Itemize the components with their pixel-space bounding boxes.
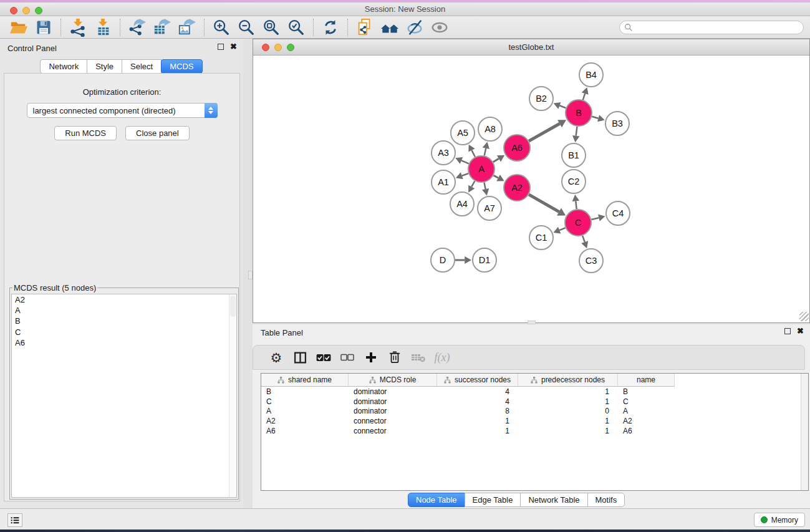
- tab-edge-table[interactable]: Edge Table: [465, 493, 521, 507]
- zoom-in-icon[interactable]: [209, 17, 234, 37]
- graph-node-a1[interactable]: A1: [432, 170, 455, 194]
- memory-button[interactable]: Memory: [754, 513, 805, 527]
- tab-node-table[interactable]: Node Table: [408, 493, 465, 507]
- graph-node-a7[interactable]: A7: [478, 196, 501, 220]
- graph-edge: [462, 173, 468, 176]
- graph-node-b[interactable]: B: [566, 100, 592, 126]
- optimization-criterion-label: Optimization criterion:: [4, 87, 239, 97]
- svg-text:C1: C1: [536, 233, 547, 243]
- zoom-fit-icon[interactable]: [259, 17, 284, 37]
- graph-node-b4[interactable]: B4: [579, 63, 603, 87]
- tab-motifs[interactable]: Motifs: [587, 493, 625, 507]
- graph-node-b2[interactable]: B2: [529, 87, 553, 110]
- dropdown-stepper-icon[interactable]: [205, 103, 218, 118]
- table-row[interactable]: Bdominator41B: [261, 387, 808, 397]
- delete-table-icon[interactable]: [407, 347, 430, 367]
- zoom-selected-icon[interactable]: [284, 17, 309, 37]
- result-list-item[interactable]: A6: [12, 337, 236, 348]
- run-mcds-button[interactable]: Run MCDS: [54, 126, 117, 140]
- table-cell: 0: [518, 407, 618, 415]
- network-from-file-icon[interactable]: [352, 17, 377, 37]
- table-cell: B: [618, 387, 675, 396]
- svg-text:A7: A7: [484, 203, 495, 213]
- hide-graphics-details-icon[interactable]: [402, 17, 427, 37]
- column-header-successor-nodes[interactable]: successor nodes: [437, 374, 518, 387]
- delete-column-icon[interactable]: [383, 347, 407, 367]
- table-row[interactable]: A2connector11A2: [261, 416, 808, 426]
- export-table-icon[interactable]: [150, 17, 175, 37]
- result-list-item[interactable]: C: [12, 327, 236, 337]
- tab-select[interactable]: Select: [122, 59, 162, 74]
- graph-node-a6[interactable]: A6: [504, 135, 530, 161]
- tab-mcds[interactable]: MCDS: [161, 59, 202, 74]
- graph-node-a3[interactable]: A3: [432, 141, 455, 165]
- export-network-icon[interactable]: [125, 17, 150, 37]
- refresh-layout-icon[interactable]: [318, 17, 343, 37]
- graph-node-b3[interactable]: B3: [605, 112, 629, 135]
- column-header-name[interactable]: name: [618, 374, 675, 387]
- graph-node-d[interactable]: D: [431, 248, 455, 272]
- task-history-button[interactable]: [7, 513, 22, 527]
- network-titlebar[interactable]: testGlobe.txt: [253, 39, 809, 56]
- graph-node-a[interactable]: A: [468, 156, 494, 182]
- tab-style[interactable]: Style: [87, 59, 122, 74]
- result-list-item[interactable]: B: [12, 316, 236, 326]
- network-canvas[interactable]: B4B2BB3A5A8A6A3B1AA1C2A2A4A7C4CC1C3DD1: [253, 56, 809, 322]
- control-tabs: NetworkStyleSelectMCDS: [0, 59, 243, 74]
- table-scrollbar[interactable]: [801, 374, 808, 490]
- control-panel: Control Panel ✖ NetworkStyleSelectMCDS O…: [0, 39, 243, 508]
- open-session-icon[interactable]: [6, 17, 31, 37]
- graph-node-b1[interactable]: B1: [562, 143, 586, 167]
- split-columns-icon[interactable]: [288, 347, 312, 367]
- home-icon[interactable]: [377, 17, 402, 37]
- import-network-icon[interactable]: [65, 17, 90, 37]
- toolbar-separator: [60, 19, 61, 36]
- result-scrollbar[interactable]: [229, 294, 236, 497]
- tab-network-table[interactable]: Network Table: [520, 493, 587, 507]
- export-image-icon[interactable]: [175, 17, 200, 37]
- svg-text:A2: A2: [511, 183, 523, 193]
- resize-grip[interactable]: [799, 312, 809, 321]
- table-cell: dominator: [349, 397, 437, 406]
- close-table-panel-icon[interactable]: ✖: [797, 328, 804, 334]
- table-row[interactable]: A6connector11A6: [261, 426, 808, 436]
- graph-node-c2[interactable]: C2: [562, 170, 586, 193]
- table-row[interactable]: Cdominator41C: [261, 397, 808, 407]
- pane-divider-handle-left[interactable]: [248, 271, 253, 279]
- node-table: shared nameMCDS rolesuccessor nodesprede…: [261, 373, 809, 491]
- graph-node-d1[interactable]: D1: [473, 248, 496, 272]
- search-input[interactable]: [619, 21, 804, 34]
- criterion-dropdown[interactable]: largest connected component (directed): [27, 103, 218, 118]
- column-header-predecessor-nodes[interactable]: predecessor nodes: [518, 374, 618, 387]
- add-column-icon[interactable]: [359, 347, 383, 367]
- close-panel-button[interactable]: Close panel: [125, 126, 190, 140]
- graph-node-a5[interactable]: A5: [451, 121, 475, 145]
- graph-node-c3[interactable]: C3: [579, 249, 603, 273]
- graph-node-c4[interactable]: C4: [606, 201, 630, 225]
- search-field-wrap: [619, 21, 804, 34]
- table-row[interactable]: Adominator80A: [261, 407, 808, 417]
- function-builder-icon[interactable]: f(x): [430, 347, 454, 367]
- tab-network[interactable]: Network: [40, 59, 87, 74]
- graph-edge: [471, 181, 475, 186]
- deselect-checkboxes-icon[interactable]: [335, 347, 359, 367]
- result-list-item[interactable]: A2: [12, 294, 236, 305]
- graph-node-a2[interactable]: A2: [504, 175, 530, 201]
- float-panel-icon[interactable]: [218, 44, 224, 50]
- graph-node-c1[interactable]: C1: [529, 226, 553, 249]
- graph-node-c[interactable]: C: [565, 210, 591, 236]
- column-header-shared-name[interactable]: shared name: [261, 374, 349, 387]
- graph-node-a8[interactable]: A8: [478, 117, 502, 141]
- close-panel-icon[interactable]: ✖: [230, 44, 237, 50]
- zoom-out-icon[interactable]: [234, 17, 259, 37]
- save-session-icon[interactable]: [31, 17, 56, 37]
- settings-gear-icon[interactable]: ⚙: [264, 347, 288, 367]
- select-all-checkboxes-icon[interactable]: [312, 347, 335, 367]
- float-table-panel-icon[interactable]: [784, 328, 791, 334]
- show-graphics-details-icon[interactable]: [427, 17, 452, 37]
- column-header-mcds-role[interactable]: MCDS role: [349, 374, 437, 387]
- import-table-icon[interactable]: [90, 17, 115, 37]
- memory-label: Memory: [771, 516, 798, 525]
- result-list-item[interactable]: A: [12, 305, 236, 316]
- graph-node-a4[interactable]: A4: [450, 192, 474, 216]
